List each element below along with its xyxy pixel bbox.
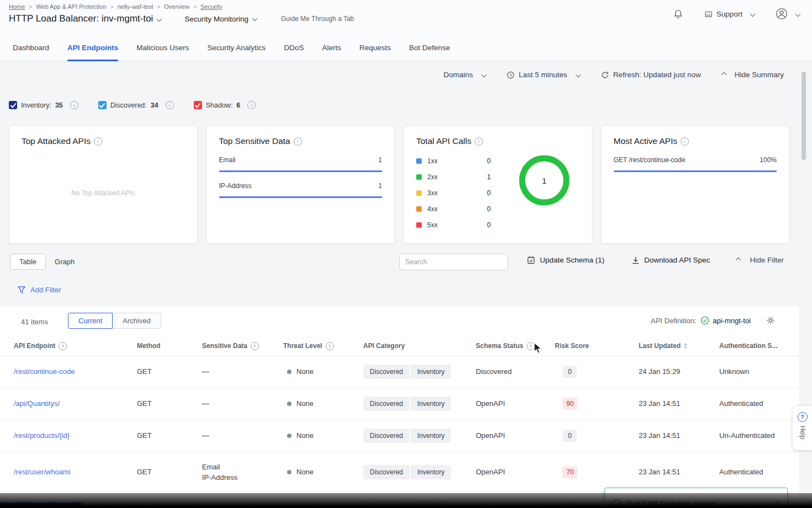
tab-malicious-users[interactable]: Malicious Users bbox=[136, 34, 189, 61]
table-row: /rest/products/{id}GET—NoneDiscoveredInv… bbox=[0, 420, 799, 452]
endpoint-link[interactable]: /rest/products/{id} bbox=[14, 431, 70, 440]
chevron-down-icon[interactable] bbox=[157, 16, 162, 22]
account-menu[interactable] bbox=[776, 8, 800, 20]
cell-last-updated: 24 Jan 15:29 bbox=[639, 367, 719, 376]
legend-label: 2xx bbox=[427, 173, 438, 181]
info-icon[interactable] bbox=[681, 137, 689, 146]
view-toggle-graph[interactable]: Graph bbox=[46, 254, 83, 269]
table-row: /rest/user/whoamiGETEmailIP-AddressNoneD… bbox=[0, 452, 799, 493]
column-header-api-endpoint: API Endpoint bbox=[0, 342, 137, 350]
legend-label: 1xx bbox=[427, 157, 438, 165]
update-schema-button[interactable]: Update Schema (1) bbox=[527, 256, 604, 264]
metric-row: Email1 bbox=[219, 156, 383, 164]
threat-label: None bbox=[296, 399, 314, 408]
legend-row-3xx: 3xx0 bbox=[416, 185, 491, 201]
endpoint-link[interactable]: /rest/continue-code bbox=[14, 367, 75, 376]
card-top-attacked-apis: Top Attacked APIs No Top Attacked APIs bbox=[9, 126, 198, 244]
hide-filter-button[interactable]: Hide Filter bbox=[736, 256, 784, 264]
chevron-down-icon bbox=[575, 72, 581, 78]
tab-ddos[interactable]: DDoS bbox=[284, 34, 304, 61]
table-body: /rest/continue-codeGET—NoneDiscoveredInv… bbox=[0, 356, 799, 508]
notifications-button[interactable] bbox=[673, 9, 683, 19]
api-definition-value[interactable]: api-mngt-toi bbox=[700, 316, 751, 325]
chevron-down-icon bbox=[252, 15, 258, 21]
sort-icon[interactable] bbox=[684, 343, 687, 349]
hide-filter-label: Hide Filter bbox=[750, 256, 784, 264]
items-count: 41 items bbox=[21, 318, 48, 326]
card-title-text: Top Attacked APIs bbox=[22, 136, 91, 146]
metric-label: IP-Address bbox=[219, 182, 252, 190]
endpoint-link[interactable]: /rest/user/whoami bbox=[14, 468, 71, 476]
info-icon[interactable] bbox=[251, 342, 259, 350]
table-row: /rest/continue-codeGET—NoneDiscoveredInv… bbox=[0, 356, 799, 388]
checkbox-shadow[interactable] bbox=[194, 101, 202, 109]
support-menu[interactable]: Support bbox=[704, 10, 755, 18]
most-active-list: GET /rest/continue-code100% bbox=[614, 156, 777, 172]
info-icon[interactable] bbox=[247, 101, 256, 109]
checkbox-discovered[interactable] bbox=[98, 101, 107, 109]
chevron-down-icon bbox=[750, 11, 756, 17]
checkbox-inventory[interactable] bbox=[9, 101, 17, 109]
tab-security-analytics[interactable]: Security Analytics bbox=[208, 34, 266, 61]
api-definition-label: API Definition: bbox=[651, 317, 696, 325]
sort-up-arrow bbox=[684, 343, 687, 345]
help-button[interactable]: ? Help bbox=[793, 406, 812, 450]
state-toggle-archived[interactable]: Archived bbox=[112, 313, 161, 329]
category-badge-discovered: Discovered bbox=[363, 397, 410, 411]
monitor-dropdown[interactable]: Security Monitoring bbox=[184, 15, 257, 23]
cell-auth-status: Authenticated bbox=[719, 399, 799, 408]
risk-score-badge: 0 bbox=[562, 366, 577, 378]
column-label: Method bbox=[137, 342, 161, 350]
card-top-sensitive-data: Top Sensitive Data Email1IP-Address1 bbox=[206, 126, 395, 244]
tab-requests[interactable]: Requests bbox=[359, 34, 391, 61]
hide-summary-button[interactable]: Hide Summary bbox=[722, 71, 784, 79]
info-icon[interactable] bbox=[166, 101, 174, 109]
info-icon[interactable] bbox=[70, 101, 78, 109]
view-toggle-table[interactable]: Table bbox=[10, 254, 46, 270]
threat-dot bbox=[287, 402, 291, 406]
info-icon[interactable] bbox=[326, 342, 334, 350]
download-api-spec-button[interactable]: Download API Spec bbox=[632, 256, 710, 264]
cell-method: GET bbox=[137, 367, 202, 376]
metric-value: 1 bbox=[378, 156, 382, 164]
category-badge-discovered: Discovered bbox=[363, 465, 410, 479]
schema-icon bbox=[527, 256, 535, 264]
tab-bot-defense[interactable]: Bot Defense bbox=[409, 34, 450, 61]
guide-link[interactable]: Guide Me Through a Tab bbox=[281, 15, 354, 23]
time-range-dropdown[interactable]: Last 5 minutes bbox=[507, 71, 580, 79]
column-label: API Endpoint bbox=[14, 342, 55, 350]
sensitive-item: — bbox=[202, 430, 283, 441]
tab-dashboard[interactable]: Dashboard bbox=[13, 34, 49, 61]
breadcrumb-item-security[interactable]: Security bbox=[200, 3, 222, 10]
legend-value: 1 bbox=[487, 173, 491, 181]
cell-sensitive-data: — bbox=[202, 430, 283, 441]
help-label: Help bbox=[799, 426, 806, 440]
column-label: Risk Score bbox=[555, 342, 589, 350]
scrollbar-thumb[interactable] bbox=[802, 72, 806, 160]
cell-risk-score: 70 bbox=[555, 466, 639, 478]
tab-alerts[interactable]: Alerts bbox=[322, 34, 341, 61]
info-icon[interactable] bbox=[94, 137, 102, 146]
domains-dropdown[interactable]: Domains bbox=[444, 71, 486, 79]
tab-bar: DashboardAPI EndpointsMalicious UsersSec… bbox=[0, 34, 812, 61]
info-icon[interactable] bbox=[294, 137, 302, 146]
refresh-button[interactable]: Refresh: Updated just now bbox=[601, 71, 701, 79]
support-icon bbox=[704, 10, 713, 18]
tab-api-endpoints[interactable]: API Endpoints bbox=[67, 34, 118, 61]
category-badge-inventory: Inventory bbox=[411, 465, 451, 479]
search-input[interactable] bbox=[399, 254, 508, 270]
breadcrumb-item-home[interactable]: Home bbox=[9, 3, 25, 10]
controls-row: Domains Last 5 minutes Refresh: Updated … bbox=[444, 71, 784, 79]
endpoint-link[interactable]: /api/Quantitys/ bbox=[14, 399, 60, 408]
state-toggle-current[interactable]: Current bbox=[68, 313, 113, 329]
chevron-down-icon bbox=[795, 11, 801, 17]
gear-icon[interactable] bbox=[766, 316, 775, 325]
cell-sensitive-data: — bbox=[202, 398, 283, 409]
metric-row: GET /rest/continue-code100% bbox=[614, 156, 777, 164]
info-icon[interactable] bbox=[527, 342, 535, 350]
info-icon[interactable] bbox=[475, 137, 483, 146]
header-actions: Support bbox=[673, 8, 800, 20]
info-icon[interactable] bbox=[59, 342, 67, 350]
threat-label: None bbox=[296, 367, 314, 376]
add-filter-button[interactable]: Add Filter bbox=[18, 286, 61, 294]
